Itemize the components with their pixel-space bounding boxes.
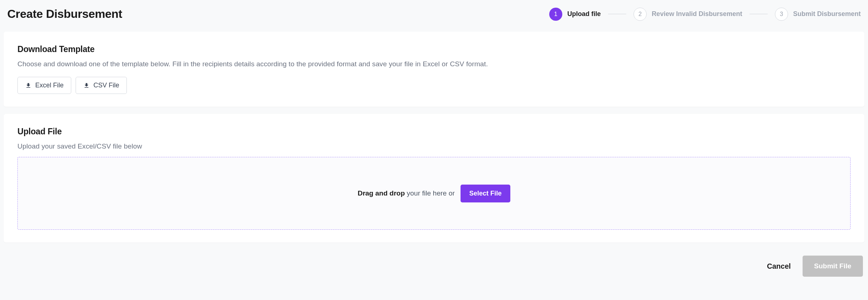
excel-file-label: Excel File — [35, 82, 64, 89]
dropzone-text-rest: your file here or — [405, 189, 455, 197]
cancel-button[interactable]: Cancel — [767, 262, 791, 271]
step-review-invalid: 2 Review Invalid Disbursement — [634, 8, 742, 21]
upload-file-description: Upload your saved Excel/CSV file below — [17, 142, 851, 150]
csv-file-label: CSV File — [93, 82, 119, 89]
step-label-1: Upload file — [567, 10, 601, 18]
excel-file-button[interactable]: Excel File — [17, 77, 71, 94]
step-upload-file: 1 Upload file — [549, 8, 601, 21]
step-number-1: 1 — [549, 8, 562, 21]
step-label-3: Submit Disbursement — [793, 10, 861, 18]
progress-stepper: 1 Upload file 2 Review Invalid Disbursem… — [549, 8, 864, 21]
dropzone-text: Drag and drop your file here or — [358, 189, 455, 197]
upload-file-title: Upload File — [17, 127, 851, 137]
download-template-description: Choose and download one of the template … — [17, 60, 851, 68]
step-label-2: Review Invalid Disbursement — [652, 10, 742, 18]
upload-file-card: Upload File Upload your saved Excel/CSV … — [4, 114, 864, 242]
step-connector — [750, 14, 768, 14]
download-template-card: Download Template Choose and download on… — [4, 32, 864, 107]
submit-file-button[interactable]: Submit File — [803, 256, 863, 277]
step-number-3: 3 — [775, 8, 788, 21]
page-title: Create Disbursement — [7, 7, 122, 21]
download-template-title: Download Template — [17, 44, 851, 54]
step-number-2: 2 — [634, 8, 647, 21]
file-dropzone[interactable]: Drag and drop your file here or Select F… — [17, 157, 851, 230]
step-submit-disbursement: 3 Submit Disbursement — [775, 8, 861, 21]
select-file-button[interactable]: Select File — [461, 185, 510, 202]
dropzone-text-bold: Drag and drop — [358, 189, 405, 197]
csv-file-button[interactable]: CSV File — [76, 77, 127, 94]
download-icon — [25, 82, 32, 89]
step-connector — [608, 14, 626, 14]
download-icon — [83, 82, 90, 89]
